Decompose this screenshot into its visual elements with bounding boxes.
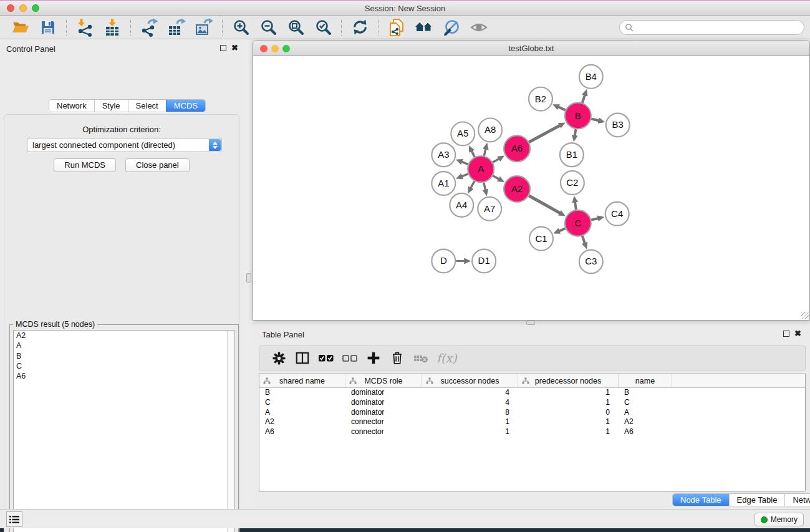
memory-button[interactable]: Memory [755,513,804,526]
table-cell: A6 [619,427,672,437]
create-new-column-icon[interactable] [364,349,383,367]
network-canvas[interactable]: AA1A2A3A4A5A6A7A8BB1B2B3B4CC1C2C3C4DD1 [253,56,809,320]
table-row[interactable]: Bdominator41B [259,388,805,398]
mcds-result-item[interactable]: A2 [14,331,234,341]
graph-edge-A-A5[interactable] [471,151,475,157]
graph-edge-A6-B[interactable] [529,125,560,142]
result-scrollbar[interactable] [227,331,234,532]
close-table-panel-icon[interactable]: ✖ [794,330,801,337]
zoom-window-button[interactable] [32,4,39,12]
graph-edge-B-B1[interactable] [575,129,576,136]
toolbar-separator [66,19,67,36]
tab-mcds[interactable]: MCDS [166,100,205,112]
table-cell: A2 [259,417,345,427]
graph-edge-A2-C[interactable] [529,196,560,213]
table-cell: connector [345,417,422,427]
mcds-result-item[interactable]: A [14,341,234,351]
zoom-in-icon[interactable] [231,17,251,37]
graph-edge-C-C1[interactable] [559,228,565,231]
open-session-icon[interactable] [11,17,31,37]
search-box[interactable] [619,20,804,35]
column-header-successor-nodes[interactable]: successor nodes [422,374,518,387]
column-header-name[interactable]: name [619,374,672,387]
float-panel-icon[interactable] [220,45,226,51]
vertical-splitter-grip[interactable] [246,273,251,283]
table-cell: 1 [518,388,619,398]
task-history-button[interactable] [6,511,22,527]
export-table-icon[interactable] [166,17,186,37]
table-row[interactable]: Cdominator41C [259,398,805,408]
show-column-browser-icon[interactable] [293,349,312,367]
export-image-icon[interactable] [194,17,214,37]
table-settings-gear-icon[interactable] [269,349,288,367]
mcds-result-item[interactable]: B [14,351,234,361]
network-overview-icon[interactable] [414,17,434,37]
table-row[interactable]: A6connector11A6 [259,427,805,437]
graphics-details-icon[interactable] [441,17,461,37]
import-table-icon[interactable] [102,17,122,37]
graph-edge-C-C2[interactable] [575,202,576,210]
graph-edge-C-C3[interactable] [582,236,585,243]
delete-table-icon [412,349,430,367]
zoom-out-icon[interactable] [258,17,278,37]
mcds-result-list[interactable]: A2ABCA6 [13,330,235,532]
graph-edge-A-A3[interactable] [461,162,468,164]
column-header-shared-name[interactable]: shared name [259,374,345,387]
control-panel-title: Control Panel [6,44,55,54]
export-network-icon[interactable] [139,17,159,37]
tab-style[interactable]: Style [94,100,128,112]
table-cell: connector [345,427,422,437]
table-row[interactable]: Adominator80A [259,408,805,418]
table-body: Bdominator41BCdominator41CAdominator80AA… [259,388,805,437]
float-table-panel-icon[interactable] [783,331,789,337]
eye-icon[interactable] [469,17,489,37]
close-network-window-button[interactable] [260,45,268,52]
graph-edge-B-B4[interactable] [582,95,585,103]
network-graph[interactable]: AA1A2A3A4A5A6A7A8BB1B2B3B4CC1C2C3C4DD1 [253,56,809,320]
run-mcds-button[interactable]: Run MCDS [54,158,116,172]
graph-edge-B-B2[interactable] [558,107,566,110]
close-window-button[interactable] [7,4,14,12]
search-input[interactable] [634,22,804,33]
table-row[interactable]: A2connector11A2 [259,417,805,427]
graph-edge-A-A4[interactable] [471,181,475,188]
refresh-icon[interactable] [350,17,370,37]
resize-corner-icon[interactable] [801,312,809,319]
horizontal-splitter-grip[interactable] [526,321,535,325]
graph-edge-C-C4[interactable] [591,218,598,220]
tab-edge-table[interactable]: Edge Table [729,494,785,506]
tab-network[interactable]: Network [49,100,94,112]
table-cell: dominator [345,408,422,418]
table-cell: 8 [422,408,518,418]
zoom-selected-icon[interactable] [313,17,333,37]
tab-node-table[interactable]: Node Table [673,494,729,506]
toolbar-separator [378,19,378,36]
import-network-icon[interactable] [75,17,95,37]
minimize-network-window-button[interactable] [271,45,279,52]
graph-edge-A-A6[interactable] [493,159,499,163]
zoom-network-window-button[interactable] [282,45,290,52]
mcds-result-item[interactable]: A6 [14,371,234,381]
table-panel-titlebar: Table Panel ✖ [253,326,810,344]
close-panel-button[interactable]: Close panel [125,158,190,172]
network-window-titlebar[interactable]: testGlobe.txt [253,41,809,56]
graph-edge-B-B3[interactable] [591,119,599,121]
zoom-fit-icon[interactable] [286,17,306,37]
unselect-all-columns-icon[interactable] [340,349,359,367]
close-panel-icon[interactable]: ✖ [231,44,238,52]
save-session-icon[interactable] [38,17,58,37]
minimize-window-button[interactable] [19,4,27,12]
criterion-select[interactable]: largest connected component (directed) [27,138,222,152]
graph-edge-A-A2[interactable] [493,176,499,179]
new-network-from-selection-icon[interactable] [387,17,407,37]
graph-edge-A-A1[interactable] [461,174,468,177]
graph-edge-A-A7[interactable] [484,183,486,190]
column-header-predecessor-nodes[interactable]: predecessor nodes [518,374,619,387]
graph-edge-A-A8[interactable] [484,148,486,155]
column-header-MCDS-role[interactable]: MCDS role [345,374,422,387]
delete-columns-icon[interactable] [388,349,407,367]
tab-select[interactable]: Select [128,100,166,112]
select-all-columns-icon[interactable] [317,349,335,367]
tab-network-table[interactable]: Network Table [784,494,810,506]
mcds-result-item[interactable]: C [14,361,234,371]
